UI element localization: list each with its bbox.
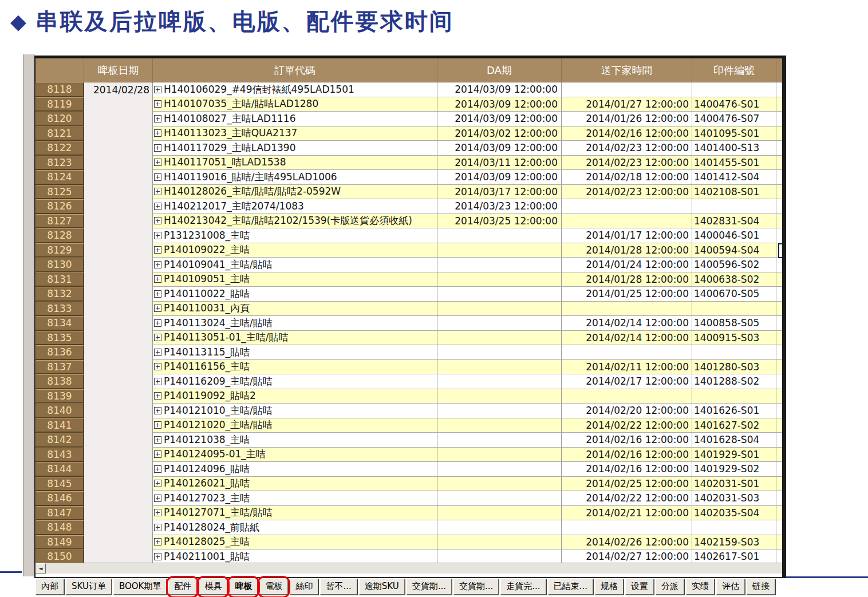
da-date-cell[interactable]: 2014/03/25 12:00:00: [437, 214, 562, 229]
expand-icon[interactable]: [154, 465, 161, 473]
da-date-cell[interactable]: 2014/03/23 12:00:00: [437, 199, 562, 214]
print-number-cell[interactable]: 1402031-S01: [692, 477, 776, 492]
da-date-cell[interactable]: [437, 316, 562, 331]
print-number-cell[interactable]: 1400915-S03: [692, 331, 776, 346]
print-number-cell[interactable]: 1401929-S01: [692, 448, 776, 462]
row-number-cell[interactable]: 8124: [35, 170, 84, 185]
expand-icon[interactable]: [154, 188, 161, 195]
da-date-cell[interactable]: [437, 477, 562, 492]
row-number-cell[interactable]: 8120: [35, 112, 84, 126]
row-number-cell[interactable]: 8139: [35, 389, 84, 404]
row-number-cell[interactable]: 8132: [35, 287, 84, 302]
da-date-cell[interactable]: [437, 360, 562, 375]
expand-icon[interactable]: [154, 86, 161, 93]
header-order-code[interactable]: 訂單代碼: [153, 58, 437, 82]
da-date-cell[interactable]: [437, 345, 562, 360]
send-time-cell[interactable]: 2014/02/23 12:00:00: [562, 156, 692, 171]
order-code-cell[interactable]: P140119092_貼咭2: [153, 389, 437, 404]
send-time-cell[interactable]: 2014/01/28 12:00:00: [562, 272, 692, 287]
print-number-cell[interactable]: 1401929-S02: [692, 462, 776, 477]
row-number-cell[interactable]: 8142: [35, 433, 84, 448]
send-time-cell[interactable]: 2014/02/20 12:00:00: [562, 404, 692, 418]
expand-icon[interactable]: [154, 232, 161, 239]
da-date-cell[interactable]: 2014/03/02 12:00:00: [437, 126, 562, 141]
sheet-tab-实绩[interactable]: 实绩: [686, 579, 715, 595]
row-number-cell[interactable]: 8137: [35, 360, 84, 375]
send-time-cell[interactable]: 2014/02/22 12:00:00: [562, 491, 692, 506]
row-number-cell[interactable]: 8119: [35, 97, 84, 112]
da-date-cell[interactable]: 2014/03/09 12:00:00: [437, 141, 562, 156]
sheet-tab-链接[interactable]: 链接: [747, 579, 775, 595]
row-number-cell[interactable]: 8135: [35, 331, 84, 346]
print-number-cell[interactable]: 1401288-S02: [692, 374, 776, 389]
row-number-cell[interactable]: 8122: [35, 141, 84, 156]
expand-icon[interactable]: [154, 392, 161, 400]
send-time-cell[interactable]: 2014/02/16 12:00:00: [562, 448, 692, 462]
send-time-cell[interactable]: 2014/02/22 12:00:00: [562, 418, 692, 433]
sheet-tab-電板[interactable]: 電板: [259, 579, 288, 595]
order-code-cell[interactable]: P140124096_貼咭: [153, 462, 437, 477]
da-date-cell[interactable]: [437, 272, 562, 287]
print-number-cell[interactable]: 1401280-S03: [692, 360, 776, 375]
da-date-cell[interactable]: [437, 506, 562, 521]
row-number-cell[interactable]: 8123: [35, 156, 84, 171]
send-time-cell[interactable]: [562, 345, 692, 360]
send-time-cell[interactable]: 2014/02/26 12:00:00: [562, 535, 692, 550]
send-time-cell[interactable]: 2014/02/17 12:00:00: [562, 374, 692, 389]
print-number-cell[interactable]: 1400476-S01: [692, 97, 776, 112]
send-time-cell[interactable]: [562, 214, 692, 229]
row-number-cell[interactable]: 8140: [35, 404, 84, 418]
order-code-cell[interactable]: P140128024_前貼紙: [153, 520, 437, 535]
row-number-cell[interactable]: 8133: [35, 302, 84, 317]
da-date-cell[interactable]: 2014/03/11 12:00:00: [437, 156, 562, 171]
expand-icon[interactable]: [154, 349, 161, 356]
send-time-cell[interactable]: 2014/01/25 12:00:00: [562, 287, 692, 302]
expand-icon[interactable]: [154, 334, 161, 341]
row-number-cell[interactable]: 8149: [35, 535, 84, 550]
da-date-cell[interactable]: [437, 258, 562, 272]
row-number-cell[interactable]: 8143: [35, 448, 84, 462]
expand-icon[interactable]: [154, 407, 161, 414]
expand-icon[interactable]: [154, 173, 161, 181]
expand-icon[interactable]: [154, 436, 161, 444]
da-date-cell[interactable]: [437, 243, 562, 258]
sheet-tab-暂不[interactable]: 暂不...: [320, 579, 357, 595]
row-number-cell[interactable]: 8138: [35, 374, 84, 389]
sheet-tab-配件[interactable]: 配件: [168, 579, 197, 595]
expand-icon[interactable]: [154, 246, 161, 254]
da-date-cell[interactable]: 2014/03/09 12:00:00: [437, 82, 562, 97]
send-time-cell[interactable]: 2014/02/11 12:00:00: [562, 360, 692, 375]
expand-icon[interactable]: [154, 100, 161, 108]
send-time-cell[interactable]: 2014/02/21 12:00:00: [562, 506, 692, 521]
da-date-cell[interactable]: [437, 374, 562, 389]
print-number-cell[interactable]: 1400594-S04: [692, 243, 776, 258]
sheet-tab-走貨完[interactable]: 走貨完...: [500, 579, 546, 595]
order-code-cell[interactable]: P140113051-01_主咭/貼咭: [153, 331, 437, 346]
print-number-cell[interactable]: [692, 345, 776, 360]
sheet-tab-SKU订单[interactable]: SKU订单: [66, 579, 112, 595]
print-number-cell[interactable]: 1402108-S01: [692, 185, 776, 200]
da-date-cell[interactable]: 2014/03/09 12:00:00: [437, 97, 562, 112]
sheet-tab-设置[interactable]: 设置: [625, 579, 654, 595]
print-number-cell[interactable]: 1402035-S04: [692, 506, 776, 521]
sheet-tab-已結束[interactable]: 已結束...: [548, 579, 593, 595]
expand-icon[interactable]: [154, 421, 161, 429]
scroll-left-arrow-icon[interactable]: ◄: [35, 563, 46, 574]
print-number-cell[interactable]: 1401626-S01: [692, 404, 776, 418]
send-time-cell[interactable]: 2014/02/16 12:00:00: [562, 126, 692, 141]
send-time-cell[interactable]: 2014/01/17 12:00:00: [562, 228, 692, 243]
send-time-cell[interactable]: [562, 199, 692, 214]
print-number-cell[interactable]: 1400476-S07: [692, 112, 776, 126]
print-number-cell[interactable]: [692, 82, 776, 97]
send-time-cell[interactable]: 2014/02/18 12:00:00: [562, 170, 692, 185]
send-time-cell[interactable]: [562, 302, 692, 317]
print-number-cell[interactable]: 1400638-S02: [692, 272, 776, 287]
order-code-cell[interactable]: P140127071_主咭/貼咭: [153, 506, 437, 521]
sheet-tab-规格[interactable]: 规格: [595, 579, 624, 595]
order-code-cell[interactable]: H140108027_主咭LAD1116: [153, 112, 437, 126]
order-code-cell[interactable]: P140121010_主咭/貼咭: [153, 404, 437, 418]
header-print-number[interactable]: 印件編號: [692, 58, 776, 82]
order-code-cell[interactable]: H140117029_主咭LAD1390: [153, 141, 437, 156]
order-code-cell[interactable]: H140106029_#49信封裱紙495LAD1501: [153, 82, 437, 97]
row-number-cell[interactable]: 8144: [35, 462, 84, 477]
